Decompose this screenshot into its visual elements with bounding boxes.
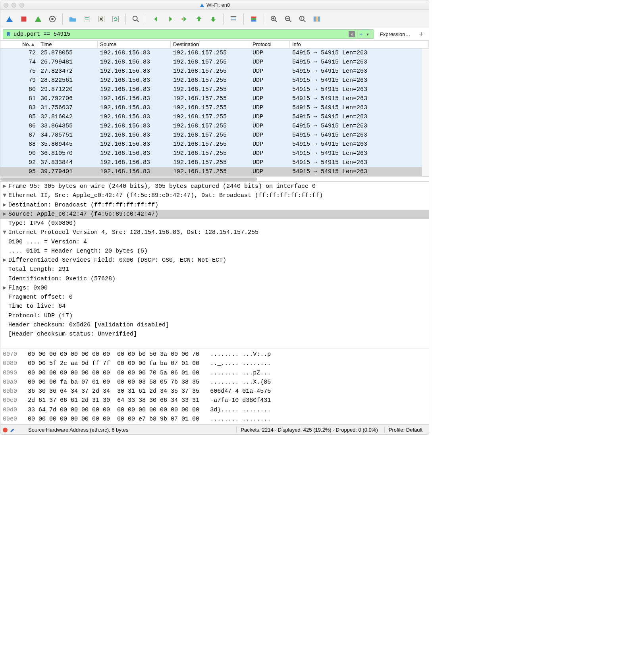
clear-filter-icon[interactable]: ✕ — [349, 31, 355, 37]
edit-icon[interactable] — [10, 427, 15, 433]
disclosure-triangle-icon[interactable] — [3, 237, 8, 247]
hex-row[interactable]: 0080 00 00 5f 2c aa 9d ff 7f 00 00 00 fa… — [3, 359, 426, 368]
packet-list[interactable]: 7225.878055192.168.156.83192.168.157.255… — [0, 48, 422, 176]
detail-row[interactable]: Time to live: 64 — [0, 302, 429, 311]
disclosure-triangle-icon[interactable] — [3, 219, 8, 228]
disclosure-triangle-icon[interactable] — [3, 311, 8, 320]
hex-row[interactable]: 00d0 33 64 7d 00 00 00 00 00 00 00 00 00… — [3, 405, 426, 415]
back-button[interactable] — [149, 12, 163, 26]
detail-row[interactable]: ▶ Destination: Broadcast (ff:ff:ff:ff:ff… — [0, 201, 429, 210]
colorize-button[interactable] — [247, 12, 260, 26]
filter-apply-combo[interactable]: ➔ ▾ — [357, 30, 371, 39]
column-header[interactable]: Info — [290, 41, 429, 47]
detail-row[interactable]: ▶ Differentiated Services Field: 0x00 (D… — [0, 256, 429, 265]
open-button[interactable] — [66, 12, 79, 26]
detail-row[interactable]: [Header checksum status: Unverified] — [0, 330, 429, 339]
detail-row[interactable]: Type: IPv4 (0x0800) — [0, 219, 429, 228]
hex-row[interactable]: 0090 00 00 00 00 00 00 00 00 00 00 00 70… — [3, 368, 426, 378]
cell-dst: 192.168.157.255 — [171, 141, 250, 148]
shark-fin-button[interactable] — [3, 12, 16, 26]
packet-row[interactable]: 8532.816042192.168.156.83192.168.157.255… — [0, 112, 422, 122]
disclosure-triangle-icon[interactable]: ▶ — [3, 201, 8, 210]
forward-button[interactable] — [164, 12, 177, 26]
disclosure-triangle-icon[interactable]: ▶ — [3, 210, 8, 219]
column-header[interactable]: No. ▲ — [0, 41, 38, 47]
disclosure-triangle-icon[interactable] — [3, 247, 8, 256]
column-header[interactable]: Source — [98, 41, 171, 47]
save-button[interactable] — [80, 12, 94, 26]
disclosure-triangle-icon[interactable]: ▶ — [3, 284, 8, 293]
detail-row[interactable]: Header checksum: 0x5d26 [validation disa… — [0, 320, 429, 330]
hex-row[interactable]: 00a0 00 00 00 fa ba 07 01 00 00 00 03 58… — [3, 378, 426, 387]
packet-row[interactable]: 7527.823472192.168.156.83192.168.157.255… — [0, 67, 422, 76]
disclosure-triangle-icon[interactable] — [3, 302, 8, 311]
column-header[interactable]: Destination — [171, 41, 250, 47]
column-header[interactable]: Protocol — [250, 41, 290, 47]
detail-row[interactable]: ▶Frame 95: 305 bytes on wire (2440 bits)… — [0, 182, 429, 191]
detail-row[interactable]: 0100 .... = Version: 4 — [0, 237, 429, 247]
packet-row[interactable]: 8331.756637192.168.156.83192.168.157.255… — [0, 103, 422, 112]
disclosure-triangle-icon[interactable]: ▼ — [3, 191, 8, 200]
close-button[interactable] — [94, 12, 108, 26]
packet-details-pane[interactable]: ▶Frame 95: 305 bytes on wire (2440 bits)… — [0, 182, 429, 349]
packet-row[interactable]: 8633.864355192.168.156.83192.168.157.255… — [0, 122, 422, 131]
restart-button[interactable] — [31, 12, 45, 26]
zoom-reset-button[interactable]: 1 — [296, 12, 309, 26]
jump-button[interactable] — [178, 12, 191, 26]
disclosure-triangle-icon[interactable]: ▶ — [3, 182, 8, 191]
detail-row[interactable]: ▼Ethernet II, Src: Apple_c0:42:47 (f4:5c… — [0, 191, 429, 200]
packet-row[interactable]: 8835.809445192.168.156.83192.168.157.255… — [0, 140, 422, 149]
zoom-in-button[interactable] — [267, 12, 281, 26]
disclosure-triangle-icon[interactable]: ▼ — [3, 228, 8, 237]
zoom-out-button[interactable] — [282, 12, 295, 26]
reload-button[interactable] — [109, 12, 122, 26]
packet-row[interactable]: 7225.878055192.168.156.83192.168.157.255… — [0, 48, 422, 58]
hex-row[interactable]: 00c0 2d 61 37 66 61 2d 31 30 64 33 38 30… — [3, 396, 426, 405]
column-header[interactable]: Time — [38, 41, 98, 47]
detail-row[interactable]: ▶ Source: Apple_c0:42:47 (f4:5c:89:c0:42… — [0, 210, 429, 219]
options-button[interactable] — [46, 12, 59, 26]
disclosure-triangle-icon[interactable] — [3, 265, 8, 274]
bookmark-icon[interactable] — [6, 31, 11, 37]
chevron-down-icon[interactable]: ▾ — [364, 31, 371, 38]
packet-row[interactable]: 9036.810570192.168.156.83192.168.157.255… — [0, 149, 422, 158]
hex-row[interactable]: 0070 00 00 06 00 00 00 00 00 00 00 b0 56… — [3, 350, 426, 359]
packet-row[interactable]: 7426.799481192.168.156.83192.168.157.255… — [0, 58, 422, 67]
find-button[interactable] — [129, 12, 143, 26]
packet-bytes-pane[interactable]: 0070 00 00 06 00 00 00 00 00 00 00 b0 56… — [0, 349, 429, 425]
disclosure-triangle-icon[interactable] — [3, 293, 8, 302]
packet-row[interactable]: 8029.871220192.168.156.83192.168.157.255… — [0, 85, 422, 94]
detail-row[interactable]: ▶ Flags: 0x00 — [0, 284, 429, 293]
filter-bar: ✕ ➔ ▾ Expression… + — [0, 28, 429, 41]
resize-cols-button[interactable] — [310, 12, 324, 26]
hex-row[interactable]: 00e0 00 00 00 00 00 00 00 00 00 00 e7 b8… — [3, 415, 426, 424]
packet-row[interactable]: 9237.833844192.168.156.83192.168.157.255… — [0, 158, 422, 167]
detail-row[interactable]: .... 0101 = Header Length: 20 bytes (5) — [0, 247, 429, 256]
display-filter-input[interactable]: ✕ ➔ ▾ — [3, 29, 374, 39]
packet-row[interactable]: 8130.792706192.168.156.83192.168.157.255… — [0, 94, 422, 103]
disclosure-triangle-icon[interactable] — [3, 320, 8, 330]
packet-list-scrollbar[interactable] — [422, 48, 429, 176]
autoscroll-button[interactable] — [227, 12, 240, 26]
packet-row[interactable]: 7928.822561192.168.156.83192.168.157.255… — [0, 76, 422, 85]
detail-row[interactable]: ▼Internet Protocol Version 4, Src: 128.1… — [0, 228, 429, 237]
stop-button[interactable] — [17, 12, 31, 26]
detail-row[interactable]: Total Length: 291 — [0, 265, 429, 274]
packet-row[interactable]: 8734.785751192.168.156.83192.168.157.255… — [0, 131, 422, 140]
expression-button[interactable]: Expression… — [376, 31, 413, 38]
go-last-button[interactable] — [206, 12, 220, 26]
packet-row[interactable]: 9539.779401192.168.156.83192.168.157.255… — [0, 167, 422, 176]
detail-row[interactable]: Identification: 0xe11c (57628) — [0, 274, 429, 284]
detail-row[interactable]: Protocol: UDP (17) — [0, 311, 429, 320]
expert-info-icon[interactable] — [3, 428, 8, 432]
filter-text-field[interactable] — [13, 31, 346, 37]
status-profile[interactable]: Profile: Default — [384, 427, 426, 433]
horizontal-scrollbar[interactable] — [0, 176, 429, 182]
disclosure-triangle-icon[interactable]: ▶ — [3, 256, 8, 265]
disclosure-triangle-icon[interactable] — [3, 330, 8, 339]
disclosure-triangle-icon[interactable] — [3, 274, 8, 284]
add-filter-button[interactable]: + — [416, 30, 426, 39]
hex-row[interactable]: 00b0 36 30 36 64 34 37 2d 34 30 31 61 2d… — [3, 387, 426, 396]
go-first-button[interactable] — [192, 12, 206, 26]
detail-row[interactable]: Fragment offset: 0 — [0, 293, 429, 302]
